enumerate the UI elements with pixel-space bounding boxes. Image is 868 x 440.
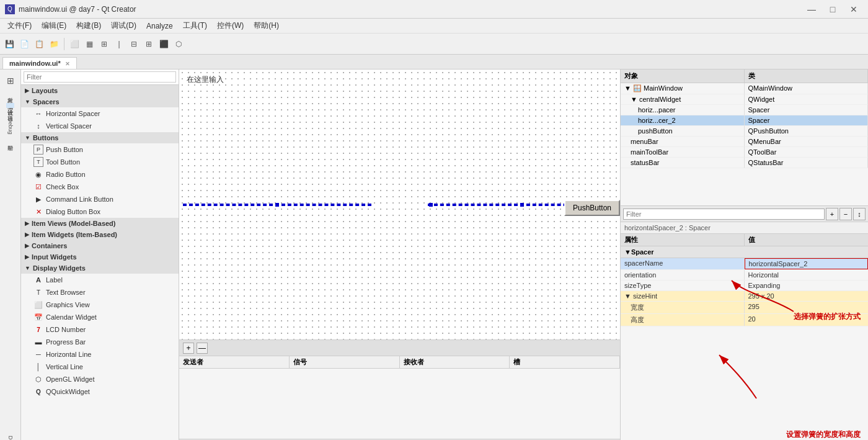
menu-help[interactable]: 帮助(H) (249, 19, 284, 32)
tb-save3[interactable]: 📋 (32, 37, 46, 51)
tb-b1[interactable]: ⬜ (68, 37, 81, 51)
category-display-widgets[interactable]: ▼ Display Widgets (21, 263, 179, 274)
left-spacer-widget[interactable] (183, 204, 371, 206)
buttons-arrow: ▼ (25, 135, 30, 141)
inspector-row-pushbutton[interactable]: pushButton QPushButton (621, 126, 868, 137)
inspector-cell-obj: ▼ centralWidget (621, 94, 745, 105)
category-layouts[interactable]: ▶ Layouts (21, 85, 179, 96)
widget-dialog-button-box[interactable]: ✕ Dialog Button Box (21, 205, 179, 218)
widget-v-line[interactable]: │ Vertical Line (21, 361, 179, 373)
tb-save[interactable]: 💾 (2, 37, 16, 51)
tb-b2[interactable]: ▦ (82, 37, 96, 51)
widget-radio-button[interactable]: ◉ Radio Button (21, 168, 179, 181)
widget-progress-bar[interactable]: ▬ Progress Bar (21, 336, 179, 348)
prop-row-orientation[interactable]: orientation Horizontal (621, 270, 868, 281)
menu-file[interactable]: 文件(F) (2, 19, 37, 32)
widget-label[interactable]: A Label (21, 274, 179, 286)
menu-edit[interactable]: 编辑(E) (37, 19, 71, 32)
category-item-views[interactable]: ▶ Item Views (Model-Based) (21, 218, 179, 229)
prop-row-width[interactable]: 宽度 295 (621, 302, 868, 314)
prop-filter-minus[interactable]: − (839, 208, 852, 220)
widget-h-line[interactable]: ─ Horizontal Line (21, 348, 179, 361)
menu-build[interactable]: 构建(B) (71, 19, 106, 32)
tb-b4[interactable]: | (112, 37, 126, 51)
sidebar-label-objects[interactable]: 对象 (6, 91, 14, 96)
menu-tools[interactable]: 工具(T) (178, 19, 212, 32)
tb-b3[interactable]: ⊞ (97, 37, 111, 51)
widget-graphics-view[interactable]: ⬜ Graphics View (21, 299, 179, 311)
inspector-row-central[interactable]: ▼ centralWidget QWidget (621, 94, 868, 105)
widget-filter-input[interactable] (24, 71, 176, 83)
prop-filter-expand[interactable]: ↕ (853, 208, 866, 220)
design-canvas[interactable]: 在这里输入 PushButton (179, 70, 620, 339)
prop-filter-plus[interactable]: + (826, 208, 838, 220)
prop-row-sizehint[interactable]: ▼ sizeHint 295 x 20 (621, 291, 868, 302)
sidebar-label-edit[interactable]: 编辑 (6, 97, 14, 102)
prop-row-height[interactable]: 高度 20 (621, 314, 868, 326)
prop-name-height: 高度 (621, 314, 745, 326)
widget-check-box[interactable]: ☑ Check Box (21, 181, 179, 193)
widget-push-button[interactable]: P Push Button (21, 143, 179, 156)
widget-text-browser[interactable]: T Text Browser (21, 286, 179, 299)
inspector-row-hspacer[interactable]: horiz...pacer Spacer (621, 105, 868, 115)
sidebar-label-project[interactable]: 项目 (6, 109, 14, 114)
inspector-row-hspacer2[interactable]: horiz...cer_2 Spacer (621, 115, 868, 126)
menu-debug[interactable]: 调试(D) (106, 19, 141, 32)
progress-bar-icon: ▬ (33, 337, 43, 347)
minimize-button[interactable]: — (802, 3, 821, 16)
category-spacers[interactable]: ▼ Spacers (21, 96, 179, 107)
menu-analyze[interactable]: Analyze (141, 20, 178, 32)
widget-opengl[interactable]: ⬡ OpenGL Widget (21, 373, 179, 385)
prop-col-value: 值 (745, 234, 868, 246)
widget-calendar-label: Calendar Widget (46, 313, 97, 321)
signal-remove-btn[interactable]: — (197, 343, 208, 354)
category-containers[interactable]: ▶ Containers (21, 240, 179, 251)
tb-b7[interactable]: ⬛ (157, 37, 170, 51)
prop-section-spacer[interactable]: ▼ Spacer (621, 246, 868, 258)
tb-b6[interactable]: ⊞ (142, 37, 156, 51)
prop-value-orientation[interactable]: Horizontal (745, 270, 869, 280)
inspector-col-object: 对象 (621, 70, 745, 83)
widget-qquick[interactable]: Q QQuickWidget (21, 385, 179, 398)
widget-lcd[interactable]: 7 LCD Number (21, 323, 179, 336)
prop-row-sizetype[interactable]: sizeType Expanding (621, 281, 868, 291)
tab-mainwindow[interactable]: mainwindow.ui* ✕ (2, 57, 77, 69)
prop-value-sizehint[interactable]: 295 x 20 (745, 291, 869, 301)
inspector-row-statusbar[interactable]: statusBar QStatusBar (621, 158, 868, 168)
prop-value-width[interactable]: 295 (745, 302, 869, 313)
inspector-row-menubar[interactable]: menuBar QMenuBar (621, 137, 868, 147)
widget-command-link[interactable]: ▶ Command Link Button (21, 193, 179, 205)
close-button[interactable]: ✕ (844, 3, 863, 16)
tb-b5[interactable]: ⊟ (127, 37, 141, 51)
widget-calendar[interactable]: 📅 Calendar Widget (21, 311, 179, 323)
menu-controls[interactable]: 控件(W) (212, 19, 249, 32)
sidebar-icon-grid[interactable]: ⊞ (2, 72, 19, 89)
prop-value-spacername[interactable]: horizontalSpacer_2 (745, 258, 869, 269)
tab-bar: mainwindow.ui* ✕ (0, 55, 868, 70)
horizontal-spacer-icon: ↔ (33, 109, 43, 119)
tb-save2[interactable]: 📄 (17, 37, 31, 51)
category-buttons[interactable]: ▼ Buttons (21, 132, 179, 143)
sidebar-label-debug2[interactable]: Debug (7, 433, 14, 440)
sidebar-label-debug[interactable]: Debug (7, 115, 14, 137)
inspector-row-toolbar[interactable]: mainToolBar QToolBar (621, 147, 868, 158)
title-bar: Q mainwindow.ui @ day7 - Qt Creator — □ … (0, 0, 868, 19)
category-item-widgets[interactable]: ▶ Item Widgets (Item-Based) (21, 229, 179, 240)
prop-value-sizetype[interactable]: Expanding (745, 281, 869, 290)
widget-tool-button[interactable]: T Tool Button (21, 156, 179, 168)
prop-filter-input[interactable] (623, 209, 825, 220)
prop-filter-row: + − ↕ (621, 206, 868, 222)
inspector-row-mainwindow[interactable]: ▼ 🪟 MainWindow QMainWindow (621, 83, 868, 94)
sidebar-label-help[interactable]: 帮助 (6, 138, 14, 143)
maximize-button[interactable]: □ (823, 3, 842, 16)
widget-vertical-spacer[interactable]: ↕ Vertical Spacer (21, 120, 179, 132)
prop-value-height[interactable]: 20 (745, 314, 869, 326)
category-input-widgets[interactable]: ▶ Input Widgets (21, 251, 179, 263)
tb-save4[interactable]: 📁 (47, 37, 61, 51)
widget-horizontal-spacer[interactable]: ↔ Horizontal Spacer (21, 107, 179, 120)
push-button-canvas[interactable]: PushButton (564, 200, 620, 216)
signal-add-btn[interactable]: + (183, 343, 194, 354)
prop-row-spacername[interactable]: spacerName horizontalSpacer_2 (621, 258, 868, 270)
sidebar-label-design[interactable]: 设计 (6, 103, 14, 108)
tb-b8[interactable]: ⬡ (172, 37, 185, 51)
